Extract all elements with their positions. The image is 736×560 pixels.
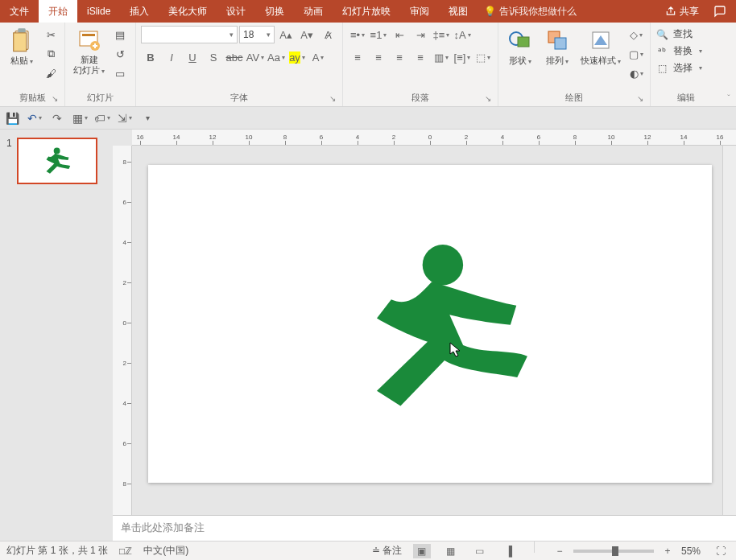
tab-design[interactable]: 设计	[217, 0, 255, 23]
group-paragraph-label: 段落	[411, 93, 429, 102]
select-label: 选择	[673, 61, 693, 75]
decrease-font-button[interactable]: A▾	[297, 26, 316, 43]
new-slide-button[interactable]: 新建 幻灯片	[70, 26, 108, 77]
strike-button[interactable]: abc	[225, 48, 244, 66]
select-button[interactable]: ⬚选择	[655, 61, 702, 75]
bulb-icon: 💡	[484, 6, 496, 17]
shadow-button[interactable]: S	[204, 48, 223, 66]
comments-button[interactable]	[713, 5, 726, 18]
paste-label: 粘贴	[10, 55, 33, 67]
paragraph-launcher[interactable]: ↘	[483, 94, 493, 104]
save-button[interactable]: 💾	[5, 111, 19, 126]
normal-view-button[interactable]: ▣	[413, 544, 431, 558]
increase-font-button[interactable]: A▴	[276, 26, 296, 43]
tab-animation[interactable]: 动画	[294, 0, 333, 23]
font-color-button[interactable]: A	[308, 48, 328, 66]
reading-view-button[interactable]: ▭	[471, 544, 489, 558]
fit-to-window-button[interactable]: ⛶	[712, 544, 730, 558]
shape-fill-button[interactable]: ◇	[627, 26, 645, 43]
font-size-combo[interactable]: 18▾	[239, 26, 275, 43]
numbering-button[interactable]: ≡1	[369, 26, 388, 43]
slide-thumbnails-pane[interactable]: 1	[0, 130, 113, 541]
notes-placeholder: 单击此处添加备注	[121, 521, 205, 533]
slide-stage[interactable]	[132, 146, 722, 515]
tab-review[interactable]: 审阅	[400, 0, 439, 23]
reset-button[interactable]: ↺	[111, 45, 129, 63]
smartart-button[interactable]: ⬚	[473, 48, 493, 66]
tab-insert[interactable]: 插入	[120, 0, 159, 23]
tell-me[interactable]: 💡 告诉我你想做什么	[478, 0, 583, 23]
font-launcher[interactable]: ↘	[328, 94, 337, 104]
undo-button[interactable]: ↶	[27, 111, 42, 126]
tab-slideshow[interactable]: 幻灯片放映	[333, 0, 400, 23]
notes-pane[interactable]: 单击此处添加备注	[113, 515, 736, 541]
redo-button[interactable]: ↷	[50, 111, 64, 126]
cut-button[interactable]: ✂	[42, 26, 60, 43]
bold-button[interactable]: B	[141, 48, 160, 66]
layout-button[interactable]: ▤	[111, 26, 129, 43]
italic-button[interactable]: I	[162, 48, 181, 66]
slide-canvas[interactable]	[148, 165, 712, 483]
shape-effects-button[interactable]: ◐	[627, 64, 645, 82]
running-person-shape[interactable]	[348, 244, 541, 413]
zoom-in-button[interactable]: +	[659, 544, 676, 558]
collapse-ribbon-button[interactable]: ˇ	[722, 23, 736, 106]
shape-outline-button[interactable]: ▢	[627, 45, 645, 63]
qat-button-2[interactable]: ⇲	[118, 111, 132, 126]
decrease-indent-button[interactable]: ⇤	[390, 26, 409, 43]
quick-styles-button[interactable]: 快速样式	[577, 26, 624, 68]
bullets-button[interactable]: ≡•	[348, 26, 367, 43]
text-direction-button[interactable]: ↕A	[453, 26, 472, 43]
shapes-button[interactable]: 形状	[503, 26, 537, 68]
start-slideshow-button[interactable]: ▦	[72, 111, 87, 126]
tab-islide[interactable]: iSlide	[77, 0, 120, 23]
tab-file[interactable]: 文件	[0, 0, 39, 23]
slideshow-view-button[interactable]: ▐	[500, 544, 518, 558]
arrange-button[interactable]: 排列	[540, 26, 574, 68]
clipboard-launcher[interactable]: ↘	[50, 94, 60, 104]
clear-format-button[interactable]: A̷	[318, 26, 337, 43]
share-button[interactable]: 共享	[665, 5, 699, 19]
replace-button[interactable]: ᵃᵇ替换	[655, 44, 702, 58]
copy-button[interactable]: ⧉	[42, 45, 60, 63]
group-clipboard: 粘贴 ✂ ⧉ 🖌 剪贴板↘	[0, 23, 65, 106]
paste-button[interactable]: 粘贴	[5, 26, 39, 68]
find-button[interactable]: 🔍查找	[655, 27, 702, 41]
qat-button-1[interactable]: 🏷	[95, 111, 110, 126]
svg-rect-4	[82, 34, 95, 36]
align-right-button[interactable]: ≡	[390, 48, 409, 66]
align-center-button[interactable]: ≡	[369, 48, 388, 66]
sorter-view-button[interactable]: ▦	[442, 544, 460, 558]
increase-indent-button[interactable]: ⇥	[411, 26, 430, 43]
align-left-button[interactable]: ≡	[348, 48, 367, 66]
font-name-combo[interactable]: ▾	[141, 26, 238, 43]
qat-customize[interactable]: ▾	[140, 111, 155, 126]
zoom-level[interactable]: 55%	[681, 546, 701, 557]
spellcheck-button[interactable]: □ℤ	[119, 546, 132, 557]
columns-button[interactable]: ▥	[432, 48, 451, 66]
notes-toggle[interactable]: ≐ 备注	[372, 544, 402, 558]
zoom-slider[interactable]	[573, 550, 654, 553]
tab-transition[interactable]: 切换	[255, 0, 294, 23]
char-spacing-button[interactable]: AV	[246, 48, 265, 66]
align-text-button[interactable]: [≡]	[453, 48, 472, 66]
zoom-out-button[interactable]: −	[551, 544, 569, 558]
line-spacing-button[interactable]: ‡≡	[432, 26, 451, 43]
tab-beautify[interactable]: 美化大师	[159, 0, 217, 23]
underline-button[interactable]: U	[183, 48, 202, 66]
vertical-scrollbar[interactable]	[722, 146, 736, 515]
tab-home[interactable]: 开始	[39, 0, 77, 23]
slide-counter[interactable]: 幻灯片 第 1 张，共 1 张	[6, 544, 108, 558]
highlight-button[interactable]: ay	[287, 48, 307, 66]
section-button[interactable]: ▭	[111, 64, 129, 82]
language-indicator[interactable]: 中文(中国)	[143, 544, 188, 558]
svg-point-11	[53, 147, 60, 154]
group-font-label: 字体	[230, 93, 248, 102]
thumb-1[interactable]	[17, 138, 97, 184]
share-label: 共享	[680, 5, 699, 19]
format-painter-button[interactable]: 🖌	[42, 64, 60, 82]
drawing-launcher[interactable]: ↘	[635, 94, 645, 104]
justify-button[interactable]: ≡	[411, 48, 430, 66]
tab-view[interactable]: 视图	[439, 0, 478, 23]
change-case-button[interactable]: Aa	[267, 48, 286, 66]
